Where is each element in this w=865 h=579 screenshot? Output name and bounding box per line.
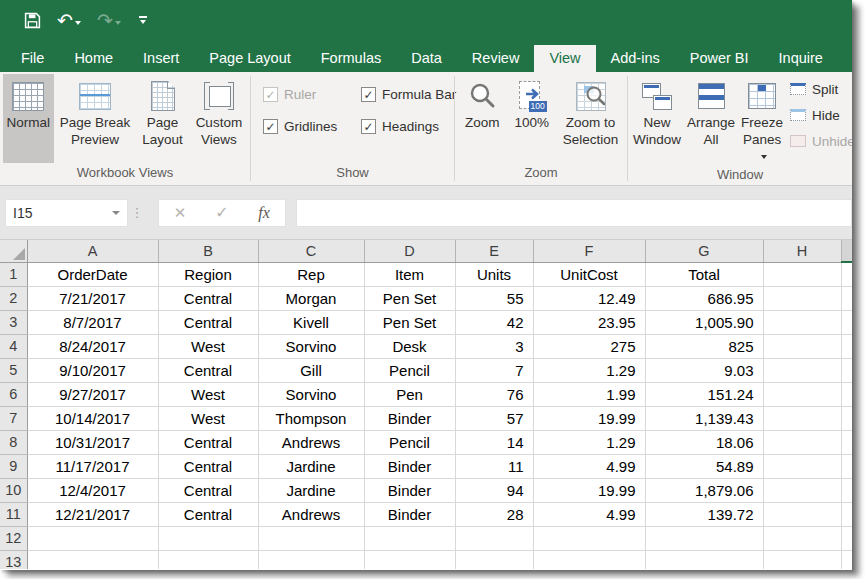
row-header-11[interactable]: 11 xyxy=(0,502,27,526)
tab-add-ins[interactable]: Add-ins xyxy=(596,45,675,72)
cell-G12[interactable] xyxy=(645,526,763,550)
cell-A2[interactable]: 7/21/2017 xyxy=(27,286,158,310)
cell-F8[interactable]: 1.29 xyxy=(533,430,645,454)
cell-H5[interactable] xyxy=(763,358,841,382)
row-header-9[interactable]: 9 xyxy=(0,454,27,478)
cell-D9[interactable]: Binder xyxy=(364,454,455,478)
page-break-preview-button[interactable]: Page Break Preview xyxy=(56,74,135,163)
cell-I3-partial[interactable] xyxy=(841,310,852,334)
tab-insert[interactable]: Insert xyxy=(128,45,194,72)
cell-H13[interactable] xyxy=(763,550,841,569)
cell-E6[interactable]: 76 xyxy=(455,382,533,406)
cell-E9[interactable]: 11 xyxy=(455,454,533,478)
page-layout-button[interactable]: Page Layout xyxy=(136,74,189,163)
cell-E10[interactable]: 94 xyxy=(455,478,533,502)
cell-I2-partial[interactable] xyxy=(841,286,852,310)
cell-H7[interactable] xyxy=(763,406,841,430)
cell-F13[interactable] xyxy=(533,550,645,569)
formula-bar-checkbox[interactable]: Formula Bar xyxy=(361,87,456,102)
cell-D2[interactable]: Pen Set xyxy=(364,286,455,310)
tab-power-bi[interactable]: Power BI xyxy=(675,45,764,72)
headings-checkbox[interactable]: Headings xyxy=(361,119,456,134)
cell-A1[interactable]: OrderDate xyxy=(27,262,158,286)
cell-E1[interactable]: Units xyxy=(455,262,533,286)
cell-B1[interactable]: Region xyxy=(158,262,258,286)
headings-checkmark-icon[interactable] xyxy=(361,119,376,134)
cell-A10[interactable]: 12/4/2017 xyxy=(27,478,158,502)
cell-F10[interactable]: 19.99 xyxy=(533,478,645,502)
tab-inquire[interactable]: Inquire xyxy=(764,45,838,72)
zoom-100-button[interactable]: 100 100% xyxy=(508,74,555,163)
formula-input[interactable] xyxy=(296,199,852,227)
cell-G6[interactable]: 151.24 xyxy=(645,382,763,406)
cell-A7[interactable]: 10/14/2017 xyxy=(27,406,158,430)
cell-C6[interactable]: Sorvino xyxy=(258,382,364,406)
cell-C7[interactable]: Thompson xyxy=(258,406,364,430)
cell-G3[interactable]: 1,005.90 xyxy=(645,310,763,334)
cell-I1-partial[interactable] xyxy=(841,262,852,286)
cell-C1[interactable]: Rep xyxy=(258,262,364,286)
column-header-D[interactable]: D xyxy=(364,240,455,262)
cell-B7[interactable]: West xyxy=(158,406,258,430)
row-header-3[interactable]: 3 xyxy=(0,310,27,334)
cell-D6[interactable]: Pen xyxy=(364,382,455,406)
cell-D1[interactable]: Item xyxy=(364,262,455,286)
cell-C3[interactable]: Kivell xyxy=(258,310,364,334)
customize-quick-access-toolbar-icon[interactable] xyxy=(139,16,147,24)
cell-H4[interactable] xyxy=(763,334,841,358)
cell-A12[interactable] xyxy=(27,526,158,550)
cell-C2[interactable]: Morgan xyxy=(258,286,364,310)
cell-A3[interactable]: 8/7/2017 xyxy=(27,310,158,334)
tab-home[interactable]: Home xyxy=(59,45,128,72)
row-header-2[interactable]: 2 xyxy=(0,286,27,310)
cell-H12[interactable] xyxy=(763,526,841,550)
cell-C13[interactable] xyxy=(258,550,364,569)
normal-view-button[interactable]: Normal xyxy=(3,74,54,163)
formula-bar-resize-handle[interactable] xyxy=(128,205,146,220)
cell-B10[interactable]: Central xyxy=(158,478,258,502)
cell-I7-partial[interactable] xyxy=(841,406,852,430)
cell-F11[interactable]: 4.99 xyxy=(533,502,645,526)
row-header-6[interactable]: 6 xyxy=(0,382,27,406)
cell-E4[interactable]: 3 xyxy=(455,334,533,358)
row-header-12[interactable]: 12 xyxy=(0,526,27,550)
cell-H1[interactable] xyxy=(763,262,841,286)
column-header-A[interactable]: A xyxy=(27,240,158,262)
tab-view[interactable]: View xyxy=(534,45,595,72)
column-header-G[interactable]: G xyxy=(645,240,763,262)
tab-data[interactable]: Data xyxy=(396,45,457,72)
zoom-to-selection-button[interactable]: Zoom to Selection xyxy=(557,74,624,163)
custom-views-button[interactable]: Custom Views xyxy=(191,74,247,163)
cell-G7[interactable]: 1,139.43 xyxy=(645,406,763,430)
cell-C8[interactable]: Andrews xyxy=(258,430,364,454)
cell-A4[interactable]: 8/24/2017 xyxy=(27,334,158,358)
cell-F9[interactable]: 4.99 xyxy=(533,454,645,478)
cell-A6[interactable]: 9/27/2017 xyxy=(27,382,158,406)
undo-dropdown-caret-icon[interactable] xyxy=(75,21,81,25)
column-header-E[interactable]: E xyxy=(455,240,533,262)
cell-G8[interactable]: 18.06 xyxy=(645,430,763,454)
cell-F6[interactable]: 1.99 xyxy=(533,382,645,406)
cell-F4[interactable]: 275 xyxy=(533,334,645,358)
cell-G9[interactable]: 54.89 xyxy=(645,454,763,478)
tab-formulas[interactable]: Formulas xyxy=(306,45,396,72)
column-header-B[interactable]: B xyxy=(158,240,258,262)
cell-F12[interactable] xyxy=(533,526,645,550)
row-header-1[interactable]: 1 xyxy=(0,262,27,286)
column-header-I-partial[interactable] xyxy=(841,240,852,262)
cell-I9-partial[interactable] xyxy=(841,454,852,478)
new-window-button[interactable]: New Window xyxy=(631,74,683,165)
row-header-10[interactable]: 10 xyxy=(0,478,27,502)
cell-H9[interactable] xyxy=(763,454,841,478)
cell-F3[interactable]: 23.95 xyxy=(533,310,645,334)
column-header-H[interactable]: H xyxy=(763,240,841,262)
save-icon[interactable] xyxy=(24,12,41,29)
cell-C4[interactable]: Sorvino xyxy=(258,334,364,358)
cell-D3[interactable]: Pen Set xyxy=(364,310,455,334)
cell-G2[interactable]: 686.95 xyxy=(645,286,763,310)
cell-F1[interactable]: UnitCost xyxy=(533,262,645,286)
cell-H2[interactable] xyxy=(763,286,841,310)
cell-B9[interactable]: Central xyxy=(158,454,258,478)
cell-B2[interactable]: Central xyxy=(158,286,258,310)
tab-page-layout[interactable]: Page Layout xyxy=(194,45,305,72)
